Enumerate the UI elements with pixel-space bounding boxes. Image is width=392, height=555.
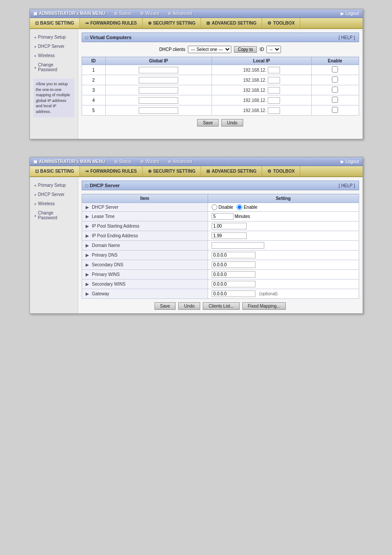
row4-enable-check[interactable]	[332, 97, 338, 103]
sidebar-2: Primary Setup DHCP Server Wireless Chang…	[30, 177, 78, 313]
row3-local-ip-input[interactable]	[268, 87, 280, 94]
tab-forwarding-1[interactable]: ⇒ FORWARDING RULES	[80, 18, 143, 28]
nav-advanced-2[interactable]: ⊛ Advanced	[168, 159, 192, 164]
nav-wizard-1[interactable]: ⚙ Wizard	[140, 11, 159, 16]
ip-pool-start-input[interactable]	[212, 223, 247, 229]
table-row: 1 192.168.12.	[82, 65, 359, 75]
router-icon-1: ▣	[33, 11, 37, 16]
sidebar-item-password-2[interactable]: Change Password	[30, 208, 78, 222]
gateway-item: ▶ Gateway	[82, 289, 208, 299]
adv-icon-2: ⊞	[206, 169, 210, 174]
primary-wins-row: ▶ Primary WINS	[82, 270, 359, 279]
row5-local-ip-input[interactable]	[268, 107, 280, 114]
sidebar-item-wireless-2[interactable]: Wireless	[30, 199, 78, 208]
row3-enable-check[interactable]	[332, 87, 338, 93]
advanced-icon-2: ⊛	[168, 159, 171, 164]
secondary-dns-input[interactable]	[212, 261, 255, 268]
nav-items-1: ⊞ Status ⚙ Wizard ⊛ Advanced	[114, 11, 332, 16]
secondary-wins-setting	[208, 279, 359, 289]
col-id-1: ID	[82, 57, 105, 65]
tab-security-2[interactable]: ⊕ SECURITY SETTING	[143, 166, 201, 176]
row4-global-ip-input[interactable]	[139, 97, 178, 104]
brand-1: ▣ ADMINISTRATOR's MAIN MENU	[33, 11, 105, 16]
row5-global-ip-input[interactable]	[139, 107, 178, 114]
dhcp-server-row: ▶ DHCP Server Disable	[82, 203, 359, 212]
help-link-2[interactable]: [ HELP ]	[338, 183, 355, 188]
secondary-dns-row: ▶ Secondary DNS	[82, 260, 359, 270]
nav-wizard-2[interactable]: ⚙ Wizard	[140, 159, 159, 164]
logout-1[interactable]: ▶ Logout	[341, 11, 359, 16]
help-link-1[interactable]: [ HELP ]	[338, 35, 355, 40]
sidebar-item-primary-1[interactable]: Primary Setup	[30, 33, 78, 42]
row1-local-ip-input[interactable]	[268, 67, 280, 73]
gateway-input[interactable]	[212, 290, 255, 297]
lease-time-input[interactable]	[212, 213, 234, 220]
row1-global-ip-input[interactable]	[139, 67, 178, 73]
tab-advanced-2[interactable]: ⊞ ADVANCED SETTING	[201, 166, 262, 176]
row1-local-ip: 192.168.12.	[212, 65, 311, 75]
top-nav-2: ▣ ADMINISTRATOR's MAIN MENU ⊞ Status ⚙ W…	[30, 157, 363, 166]
ip-pool-end-input[interactable]	[212, 232, 247, 239]
row1-enable-check[interactable]	[332, 66, 338, 73]
section-header-2: DHCP Server [ HELP ]	[82, 181, 359, 190]
primary-wins-setting	[208, 270, 359, 279]
advanced-icon-1: ⊛	[168, 11, 171, 16]
gateway-optional: (optional)	[259, 291, 278, 296]
sidebar-item-password-1[interactable]: Change Password	[30, 60, 78, 74]
enable-radio[interactable]	[237, 204, 242, 210]
row2-enable	[311, 75, 359, 85]
undo-button-1[interactable]: Undo	[221, 119, 243, 127]
row3-enable	[311, 85, 359, 95]
sidebar-item-wireless-1[interactable]: Wireless	[30, 51, 78, 60]
section-header-1: Virtual Computers [ HELP ]	[82, 33, 359, 42]
ip-pool-start-row: ▶ IP Pool Starting Address	[82, 221, 359, 231]
primary-wins-input[interactable]	[212, 271, 255, 278]
domain-name-input[interactable]	[212, 242, 264, 249]
row2-global-ip-input[interactable]	[139, 77, 178, 83]
col-setting-2: Setting	[208, 194, 359, 203]
primary-dns-input[interactable]	[212, 252, 255, 258]
secondary-wins-input[interactable]	[212, 281, 255, 287]
dhcp-clients-select-1[interactable]: --- Select one ---	[188, 46, 231, 53]
tab-toolbox-1[interactable]: ⚙ TOOLBOX	[262, 18, 300, 28]
basic-icon-2: ⊡	[35, 169, 39, 174]
fixed-mapping-button[interactable]: Fixed Mapping...	[242, 302, 286, 310]
secondary-wins-item: ▶ Secondary WINS	[82, 279, 208, 289]
tab-forwarding-2[interactable]: ⇒ FORWARDING RULES	[80, 166, 143, 176]
status-icon-2: ⊞	[114, 159, 118, 164]
save-button-1[interactable]: Save	[197, 119, 219, 127]
enable-radio-label[interactable]: Enable	[237, 204, 257, 210]
tab-basic-setting-1[interactable]: ⊡ BASIC SETTING	[30, 18, 80, 28]
row4-local-ip-input[interactable]	[268, 97, 280, 104]
nav-advanced-1[interactable]: ⊛ Advanced	[168, 11, 192, 16]
tab-security-1[interactable]: ⊕ SECURITY SETTING	[143, 18, 201, 28]
copy-to-button-1[interactable]: Copy to	[234, 46, 257, 53]
row5-enable-check[interactable]	[332, 107, 338, 113]
sidebar-item-dhcp-2[interactable]: DHCP Server	[30, 190, 78, 199]
tab-advanced-1[interactable]: ⊞ ADVANCED SETTING	[201, 18, 262, 28]
logout-2[interactable]: ▶ Logout	[341, 159, 359, 164]
clients-list-button[interactable]: Clients List...	[203, 302, 239, 310]
disable-radio-label[interactable]: Disable	[212, 204, 233, 210]
content-area-2: Primary Setup DHCP Server Wireless Chang…	[30, 177, 363, 313]
save-button-2[interactable]: Save	[155, 302, 176, 310]
disable-radio[interactable]	[212, 204, 217, 210]
row3-global-ip-input[interactable]	[139, 87, 178, 94]
forward-icon-2: ⇒	[85, 169, 89, 174]
ip-pool-start-item: ▶ IP Pool Starting Address	[82, 221, 208, 231]
row2-local-ip-input[interactable]	[268, 77, 280, 83]
row1-enable	[311, 65, 359, 75]
nav-status-1[interactable]: ⊞ Status	[114, 11, 131, 16]
wizard-icon-1: ⚙	[140, 11, 144, 16]
basic-icon-1: ⊡	[35, 21, 39, 25]
content-area-1: Primary Setup DHCP Server Wireless Chang…	[30, 29, 363, 139]
sidebar-item-dhcp-1[interactable]: DHCP Server	[30, 42, 78, 51]
undo-button-2[interactable]: Undo	[178, 302, 200, 310]
tab-toolbox-2[interactable]: ⚙ TOOLBOX	[262, 166, 300, 176]
id-select-1[interactable]: --	[266, 46, 281, 53]
tab-basic-setting-2[interactable]: ⊡ BASIC SETTING	[30, 166, 80, 176]
sidebar-item-primary-2[interactable]: Primary Setup	[30, 181, 78, 190]
nav-status-2[interactable]: ⊞ Status	[114, 159, 131, 164]
toolbox-icon-1: ⚙	[267, 21, 271, 25]
row2-enable-check[interactable]	[332, 76, 338, 83]
